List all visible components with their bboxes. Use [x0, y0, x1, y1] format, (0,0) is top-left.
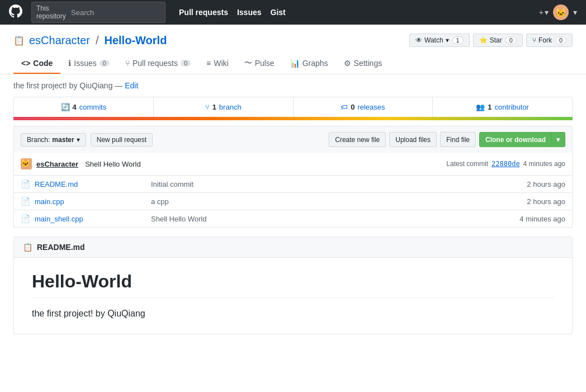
file-time: 2 hours ago: [527, 180, 565, 188]
repo-tabs: <> Code ℹ Issues 0 ⑂ Pull requests 0 ≡ W…: [13, 54, 573, 74]
repo-name-link[interactable]: Hello-World: [105, 34, 167, 47]
file-commit-message: Shell Hello World: [151, 215, 515, 223]
plus-icon: +: [539, 8, 544, 17]
chevron-down-icon: ▾: [545, 8, 549, 17]
github-logo-icon[interactable]: [9, 4, 22, 21]
clone-or-download-button[interactable]: Clone or download: [479, 132, 552, 147]
header-nav: Pull requests Issues Gist: [179, 8, 286, 17]
chevron-down-icon: ▾: [446, 36, 449, 44]
issues-nav-link[interactable]: Issues: [237, 8, 262, 17]
tab-wiki-label: Wiki: [214, 59, 228, 68]
find-file-button[interactable]: Find file: [440, 132, 476, 147]
fork-label: Fork: [538, 36, 552, 44]
search-input[interactable]: [71, 8, 160, 17]
branch-selector[interactable]: Branch: master ▾: [21, 133, 86, 147]
tab-pulse-label: Pulse: [255, 59, 275, 68]
repo-title-row: 📋 esCharacter / Hello-World 👁 Watch ▾ 1 …: [13, 34, 573, 47]
contributors-stat[interactable]: 👥 1 contributor: [433, 97, 572, 117]
edit-description-link[interactable]: Edit: [125, 81, 138, 90]
branches-label: branch: [219, 103, 242, 111]
pr-count: 0: [181, 60, 191, 67]
file-icon: 📄: [21, 214, 30, 223]
file-time: 4 minutes ago: [519, 215, 565, 223]
description-text: the first project! by QiuQiang: [13, 81, 112, 90]
commit-author-link[interactable]: esCharacter: [36, 160, 78, 168]
avatar[interactable]: 🐱: [553, 4, 569, 20]
file-name-link[interactable]: README.md: [35, 180, 146, 188]
language-progress-bar: [13, 117, 573, 120]
files-toolbar: Branch: master ▾ New pull request Create…: [13, 126, 573, 153]
contributors-count: 1: [488, 103, 492, 111]
files-toolbar-right: Create new file Upload files Find file C…: [329, 132, 565, 147]
top-navbar: This repository Pull requests Issues Gis…: [0, 0, 586, 25]
commit-hash-link[interactable]: 22880de: [492, 160, 520, 168]
header-actions: + ▾ 🐱 ▾: [539, 4, 577, 20]
readme-title: Hello-World: [32, 271, 554, 298]
readme-content: the first project! by QiuQiang: [32, 307, 554, 320]
file-commit-message: a cpp: [151, 197, 522, 206]
tab-issues[interactable]: ℹ Issues 0: [60, 54, 117, 74]
table-row: 📄 README.md Initial commit 2 hours ago: [14, 176, 572, 192]
readme-filename: README.md: [37, 243, 85, 252]
star-button[interactable]: ⭐ Star 0: [473, 34, 523, 47]
stats-bar: 🔄 4 commits ⑂ 1 branch 🏷 0 releases 👥 1 …: [13, 97, 573, 117]
tab-graphs[interactable]: 📊 Graphs: [282, 54, 336, 74]
branches-stat[interactable]: ⑂ 1 branch: [154, 97, 294, 117]
progress-fill: [13, 117, 573, 120]
releases-stat[interactable]: 🏷 0 releases: [294, 97, 433, 117]
tab-code-label: Code: [33, 59, 53, 68]
eye-icon: 👁: [415, 36, 422, 44]
readme-body: Hello-World the first project! by QiuQia…: [14, 258, 572, 334]
watch-count: 1: [452, 36, 464, 44]
tab-pr-label: Pull requests: [133, 59, 178, 68]
search-box: This repository: [31, 2, 166, 23]
file-icon: 📄: [21, 180, 30, 188]
releases-label: releases: [357, 103, 385, 111]
file-name-link[interactable]: main_shell.cpp: [35, 215, 146, 223]
wiki-icon: ≡: [206, 59, 211, 68]
tab-code[interactable]: <> Code: [13, 54, 60, 74]
branch-name: master: [52, 136, 74, 144]
repo-owner-link[interactable]: esCharacter: [29, 34, 90, 47]
file-table: 📄 README.md Initial commit 2 hours ago 📄…: [13, 176, 573, 228]
tab-graphs-label: Graphs: [303, 59, 328, 68]
new-pull-request-button[interactable]: New pull request: [91, 133, 153, 147]
clone-chevron-button[interactable]: ▾: [552, 132, 565, 147]
tab-pulse[interactable]: 〜 Pulse: [237, 54, 282, 74]
clone-download-group: Clone or download ▾: [479, 132, 565, 147]
settings-icon: ⚙: [344, 59, 351, 68]
tab-settings-label: Settings: [354, 59, 382, 68]
file-name-link[interactable]: main.cpp: [35, 197, 146, 206]
star-count: 0: [505, 36, 517, 44]
commit-message: Shell Hello World: [85, 160, 140, 168]
repo-header: 📋 esCharacter / Hello-World 👁 Watch ▾ 1 …: [0, 25, 586, 74]
upload-files-button[interactable]: Upload files: [389, 132, 437, 147]
create-new-file-button[interactable]: Create new file: [329, 132, 386, 147]
readme-header: 📋 README.md: [14, 237, 572, 258]
tab-settings[interactable]: ⚙ Settings: [336, 54, 390, 74]
tab-wiki[interactable]: ≡ Wiki: [199, 54, 237, 74]
search-scope-label: This repository: [36, 4, 68, 20]
tag-icon: 🏷: [341, 103, 348, 111]
watch-button[interactable]: 👁 Watch ▾ 1: [409, 34, 470, 47]
latest-commit-label: Latest commit: [446, 160, 488, 168]
branch-chevron-icon: ▾: [77, 136, 80, 144]
commits-count: 4: [73, 103, 77, 111]
tab-pull-requests[interactable]: ⑂ Pull requests 0: [117, 54, 199, 74]
commit-time: 4 minutes ago: [523, 160, 565, 168]
file-icon: 📄: [21, 197, 30, 206]
gist-nav-link[interactable]: Gist: [271, 8, 286, 17]
pull-requests-nav-link[interactable]: Pull requests: [179, 8, 228, 17]
releases-count: 0: [351, 103, 355, 111]
latest-commit-row: 🐱 esCharacter Shell Hello World Latest c…: [13, 153, 573, 176]
pr-icon: ⑂: [125, 59, 130, 68]
watch-label: Watch: [424, 36, 443, 44]
new-item-button[interactable]: + ▾: [539, 8, 549, 17]
table-row: 📄 main_shell.cpp Shell Hello World 4 min…: [14, 210, 572, 227]
commits-stat[interactable]: 🔄 4 commits: [14, 97, 154, 117]
readme-icon: 📋: [23, 243, 32, 252]
issues-count: 0: [100, 60, 110, 67]
repo-icon: 📋: [13, 35, 25, 46]
fork-button[interactable]: ⑂ Fork 0: [526, 34, 573, 47]
commits-icon: 🔄: [61, 103, 70, 111]
